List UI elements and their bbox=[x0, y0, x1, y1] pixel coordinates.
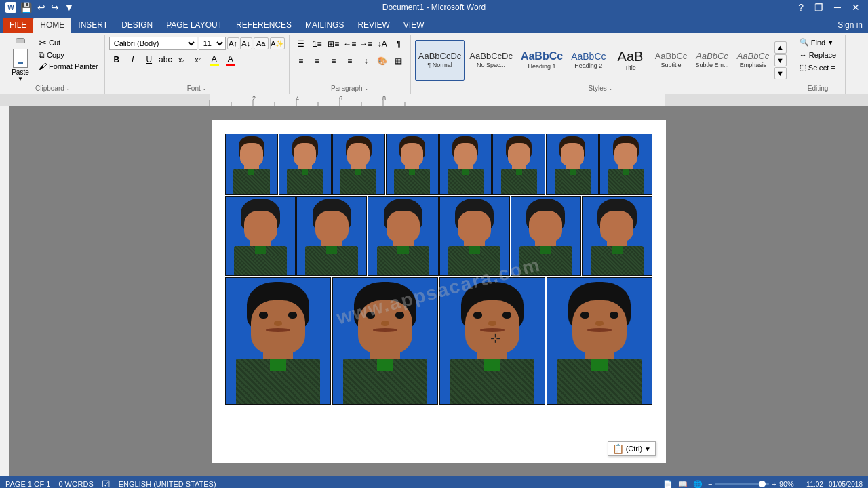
minimize-button[interactable]: ─ bbox=[831, 2, 844, 13]
font-size-increase[interactable]: A↑ bbox=[227, 37, 239, 49]
paste-button[interactable]: Paste ▼ bbox=[5, 37, 35, 83]
photo-1-1 bbox=[225, 134, 278, 195]
sort-button[interactable]: ↕A bbox=[375, 37, 390, 52]
tab-page-layout[interactable]: PAGE LAYOUT bbox=[159, 18, 229, 33]
clear-formatting-button[interactable]: Aa bbox=[254, 37, 269, 49]
tab-mailings[interactable]: MAILINGS bbox=[298, 18, 351, 33]
superscript-button[interactable]: x² bbox=[191, 52, 205, 67]
page-info: PAGE 1 OF 1 bbox=[5, 480, 50, 488]
photo-row-2 bbox=[225, 196, 652, 276]
tab-home[interactable]: HOME bbox=[33, 18, 71, 33]
styles-gallery: AaBbCcDc ¶ Normal AaBbCcDc No Spac... Aa… bbox=[415, 40, 773, 81]
font-family-select[interactable]: Calibri (Body) bbox=[109, 37, 197, 50]
copy-button[interactable]: ⧉ Copy bbox=[37, 49, 100, 60]
help-button[interactable]: ? bbox=[795, 2, 806, 13]
line-spacing[interactable]: ↕ bbox=[359, 54, 374, 68]
style-heading2[interactable]: AaBbCc Heading 2 bbox=[568, 40, 609, 81]
clipboard-expand[interactable]: ⌄ bbox=[66, 85, 71, 92]
align-left[interactable]: ≡ bbox=[294, 54, 309, 68]
borders-button[interactable]: ▦ bbox=[391, 54, 406, 68]
spell-check-icon[interactable]: ☑ bbox=[102, 479, 111, 488]
zoom-slider[interactable] bbox=[715, 483, 769, 485]
align-right[interactable]: ≡ bbox=[326, 54, 341, 68]
window-title: Document1 - Microsoft Word bbox=[382, 3, 486, 12]
style-normal[interactable]: AaBbCcDc ¶ Normal bbox=[415, 40, 465, 81]
para-row-1: ☰ 1≡ ⊞≡ ←≡ →≡ ↕A ¶ bbox=[294, 37, 406, 52]
view-mode-web[interactable]: 🌐 bbox=[693, 480, 703, 489]
style-title[interactable]: AaB Title bbox=[611, 40, 650, 81]
ribbon-tabs: FILE HOME INSERT DESIGN PAGE LAYOUT REFE… bbox=[0, 15, 868, 33]
view-mode-reading[interactable]: 📖 bbox=[678, 480, 688, 489]
show-marks[interactable]: ¶ bbox=[391, 37, 406, 52]
style-no-spacing[interactable]: AaBbCcDc No Spac... bbox=[466, 40, 516, 81]
paste-popup-icon: 📋 bbox=[612, 443, 624, 454]
zoom-in-button[interactable]: + bbox=[772, 480, 776, 488]
tab-view[interactable]: VIEW bbox=[397, 18, 431, 33]
subscript-button[interactable]: x₂ bbox=[174, 52, 189, 67]
view-mode-print[interactable]: 📄 bbox=[663, 480, 673, 489]
status-right: 📄 📖 🌐 − + 90% 11:02 01/05/2018 bbox=[663, 480, 863, 489]
photo-2-3 bbox=[368, 196, 438, 276]
shading-button[interactable]: 🎨 bbox=[375, 54, 390, 68]
zoom-out-button[interactable]: − bbox=[708, 480, 712, 488]
undo-button[interactable]: ↩ bbox=[36, 2, 47, 13]
find-button[interactable]: 🔍 Find ▼ bbox=[797, 37, 836, 48]
photo-1-5 bbox=[439, 134, 492, 195]
ruler: 2 4 6 8 bbox=[0, 94, 868, 106]
photo-3-1 bbox=[225, 277, 331, 405]
underline-button[interactable]: U bbox=[142, 52, 157, 67]
restore-button[interactable]: ❐ bbox=[812, 2, 826, 13]
styles-group: AaBbCcDc ¶ Normal AaBbCcDc No Spac... Aa… bbox=[411, 35, 791, 94]
paste-popup-arrow[interactable]: ▼ bbox=[644, 445, 651, 453]
bold-button[interactable]: B bbox=[109, 52, 124, 67]
bullets-button[interactable]: ☰ bbox=[294, 37, 309, 52]
align-center[interactable]: ≡ bbox=[310, 54, 325, 68]
language-info[interactable]: ENGLISH (UNITED STATES) bbox=[119, 480, 216, 488]
tab-references[interactable]: REFERENCES bbox=[229, 18, 298, 33]
style-subtitle[interactable]: AaBbCc Subtitle bbox=[652, 40, 691, 81]
format-painter-button[interactable]: 🖌 Format Painter bbox=[37, 61, 100, 72]
font-expand[interactable]: ⌄ bbox=[202, 85, 207, 92]
close-button[interactable]: ✕ bbox=[849, 2, 863, 13]
photo-2-2 bbox=[296, 196, 367, 276]
tab-review[interactable]: REVIEW bbox=[351, 18, 396, 33]
decrease-indent[interactable]: ←≡ bbox=[342, 37, 357, 52]
text-effects-button[interactable]: A✨ bbox=[270, 37, 285, 49]
styles-expand[interactable]: ⌄ bbox=[608, 85, 613, 92]
cut-button[interactable]: ✂ Cut bbox=[37, 37, 100, 49]
italic-button[interactable]: I bbox=[125, 52, 140, 67]
paste-label: Paste bbox=[12, 68, 29, 76]
styles-label: Styles ⌄ bbox=[415, 83, 787, 92]
multilevel-button[interactable]: ⊞≡ bbox=[326, 37, 341, 52]
style-emphasis[interactable]: AaBbCc Emphasis bbox=[734, 40, 773, 81]
styles-more[interactable]: ▼ bbox=[774, 67, 787, 79]
redo-button[interactable]: ↪ bbox=[50, 2, 60, 13]
increase-indent[interactable]: →≡ bbox=[359, 37, 374, 52]
select-button[interactable]: ⬚ Select = bbox=[797, 62, 838, 73]
svg-text:4: 4 bbox=[296, 95, 299, 102]
numbering-button[interactable]: 1≡ bbox=[310, 37, 325, 52]
sign-in[interactable]: Sign in bbox=[832, 18, 868, 33]
save-button[interactable]: 💾 bbox=[19, 2, 33, 13]
styles-scroll-up[interactable]: ▲ bbox=[774, 41, 787, 54]
document-area[interactable]: www.appsacara.com bbox=[9, 106, 868, 476]
tab-design[interactable]: DESIGN bbox=[115, 18, 159, 33]
font-size-select[interactable]: 11 bbox=[199, 37, 226, 50]
align-justify[interactable]: ≡ bbox=[342, 54, 357, 68]
customize-button[interactable]: ▼ bbox=[63, 2, 75, 13]
replace-button[interactable]: ↔ Replace bbox=[797, 49, 839, 60]
tab-file[interactable]: FILE bbox=[3, 18, 33, 33]
font-color-button[interactable]: A bbox=[223, 52, 238, 67]
left-margin bbox=[0, 106, 9, 476]
zoom-bar: − + 90% bbox=[708, 480, 794, 488]
paragraph-expand[interactable]: ⌄ bbox=[364, 85, 369, 92]
tab-insert[interactable]: INSERT bbox=[71, 18, 115, 33]
style-subtle-em[interactable]: AaBbCc Subtle Em... bbox=[692, 40, 732, 81]
font-size-decrease[interactable]: A↓ bbox=[240, 37, 252, 49]
clipboard-group: Paste ▼ ✂ Cut ⧉ Copy 🖌 Format Painter Cl bbox=[1, 35, 105, 94]
strikethrough-button[interactable]: abc bbox=[158, 52, 173, 67]
style-heading1[interactable]: AaBbCc Heading 1 bbox=[517, 40, 566, 81]
text-highlight-button[interactable]: A bbox=[207, 52, 222, 67]
paste-popup[interactable]: 📋 (Ctrl) ▼ bbox=[608, 441, 656, 456]
styles-scroll-down[interactable]: ▼ bbox=[774, 54, 787, 66]
